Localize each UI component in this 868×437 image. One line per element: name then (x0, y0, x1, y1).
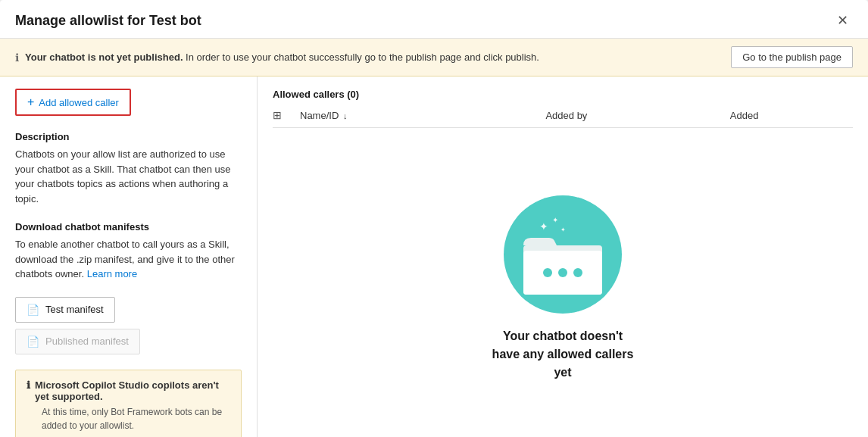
right-panel: Allowed callers (0) ⊞ Name/ID ↓ Added by… (258, 76, 868, 437)
manifests-text: To enable another chatbot to call yours … (15, 237, 242, 282)
manage-allowlist-dialog: Manage allowlist for Test bot ✕ ℹ Your c… (0, 0, 868, 437)
th-nameid: Name/ID ↓ (300, 110, 545, 121)
document-disabled-icon: 📄 (27, 336, 39, 348)
notification-bold: Your chatbot is not yet published. In or… (25, 52, 539, 63)
test-manifest-button[interactable]: 📄 Test manifest (15, 297, 115, 323)
dialog-title-bar: Manage allowlist for Test bot ✕ (0, 0, 868, 39)
plus-icon: + (27, 95, 34, 109)
svg-text:✦: ✦ (539, 220, 548, 233)
empty-state-text: Your chatbot doesn'thave any allowed cal… (492, 327, 634, 382)
published-manifest-button[interactable]: 📄 Published manifest (15, 329, 140, 354)
callers-header: Allowed callers (0) (273, 89, 853, 100)
manifest-buttons: 📄 Test manifest 📄 Published manifest (15, 297, 242, 354)
learn-more-link[interactable]: Learn more (87, 268, 137, 279)
grid-icon: ⊞ (273, 109, 282, 121)
notification-bar: ℹ Your chatbot is not yet published. In … (0, 39, 868, 76)
warning-text: At this time, only Bot Framework bots ca… (42, 405, 230, 432)
go-to-publish-button[interactable]: Go to the publish page (731, 46, 853, 68)
warning-icon: ℹ (27, 379, 30, 391)
svg-point-6 (543, 268, 552, 277)
empty-state: ✦ ✦ ✦ Your chatbot doesn't (273, 134, 853, 437)
manifests-title: Download chatbot manifests (15, 221, 242, 233)
info-icon: ℹ (15, 52, 19, 64)
th-checkbox: ⊞ (273, 109, 300, 121)
svg-text:✦: ✦ (552, 216, 558, 224)
svg-point-7 (558, 268, 567, 277)
document-icon: 📄 (27, 304, 39, 316)
left-panel: + Add allowed caller Description Chatbot… (0, 76, 258, 437)
description-title: Description (15, 131, 242, 142)
content-area: + Add allowed caller Description Chatbot… (0, 76, 868, 437)
dialog-title: Manage allowlist for Test bot (15, 13, 201, 29)
th-added: Added (730, 110, 853, 121)
svg-point-8 (573, 268, 582, 277)
warning-title: ℹ Microsoft Copilot Studio copilots aren… (27, 379, 230, 402)
add-allowed-caller-button[interactable]: + Add allowed caller (15, 89, 131, 116)
th-addedby: Added by (545, 110, 729, 121)
manifests-section: Download chatbot manifests To enable ano… (15, 221, 242, 297)
folder-illustration: ✦ ✦ ✦ (502, 194, 623, 315)
close-button[interactable]: ✕ (832, 12, 853, 29)
notification-text: ℹ Your chatbot is not yet published. In … (15, 52, 539, 64)
svg-text:✦: ✦ (560, 226, 566, 233)
sort-icon: ↓ (343, 111, 348, 120)
table-header: ⊞ Name/ID ↓ Added by Added (273, 109, 853, 128)
warning-box: ℹ Microsoft Copilot Studio copilots aren… (15, 370, 242, 438)
description-text: Chatbots on your allow list are authoriz… (15, 147, 242, 206)
description-section: Description Chatbots on your allow list … (15, 131, 242, 221)
